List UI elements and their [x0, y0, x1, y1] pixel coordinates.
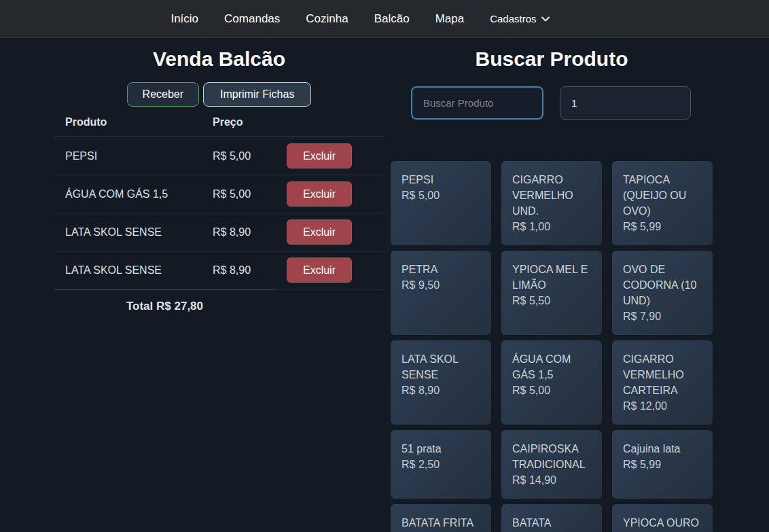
top-navbar: Início Comandas Cozinha Balcão Mapa Cada…: [0, 0, 769, 38]
product-card[interactable]: TAPIOCA (QUEIJO OU OVO) R$ 5,99: [612, 161, 713, 245]
product-card-name: LATA SKOL SENSE: [401, 351, 480, 383]
item-product-name: LATA SKOL SENSE: [54, 226, 202, 238]
sale-panel: Venda Balcão Receber Imprimir Fichas Pro…: [54, 38, 384, 532]
product-card-name: CAIPIROSKA TRADICIONAL: [512, 441, 591, 472]
product-card-price: R$ 7,90: [623, 308, 702, 324]
sale-total: Total R$ 27,80: [54, 289, 275, 323]
item-price: R$ 5,00: [202, 150, 287, 162]
product-card[interactable]: OVO DE CODORNA (10 UND) R$ 7,90: [612, 251, 713, 335]
product-card-name: CIGARRO VERMELHO UND.: [512, 172, 591, 219]
product-card-price: R$ 12,00: [623, 398, 702, 414]
nav-item-inicio[interactable]: Início: [171, 12, 198, 26]
product-card-name: BATATA FRITA: [401, 515, 480, 531]
search-panel: Buscar Produto PEPSI R$ 5,00 CIGARRO VER…: [391, 38, 713, 532]
product-card[interactable]: PEPSI R$ 5,00: [391, 161, 491, 245]
item-price: R$ 8,90: [202, 264, 287, 277]
item-product-name: ÁGUA COM GÁS 1,5: [54, 188, 202, 200]
product-card[interactable]: CIGARRO VERMELHO UND. R$ 1,00: [501, 161, 602, 245]
nav-item-comandas[interactable]: Comandas: [224, 12, 280, 26]
receive-button[interactable]: Receber: [127, 82, 199, 107]
product-card[interactable]: YPIOCA MEL E LIMÃO R$ 5,50: [501, 251, 602, 335]
product-card-price: R$ 5,00: [401, 188, 480, 203]
product-card[interactable]: Cajuina lata R$ 5,99: [612, 430, 713, 499]
product-card[interactable]: BATATA: [501, 504, 602, 532]
product-card-name: Cajuina lata: [623, 441, 702, 457]
table-row: LATA SKOL SENSE R$ 8,90 Excluir: [54, 213, 384, 251]
sale-actions: Receber Imprimir Fichas: [54, 82, 384, 107]
sale-items-table: Produto Preço PEPSI R$ 5,00 Excluir ÁGUA…: [54, 116, 384, 323]
product-card-name: CIGARRO VERMELHO CARTEIRA: [623, 351, 702, 398]
delete-item-button[interactable]: Excluir: [287, 181, 352, 207]
product-card-price: R$ 5,99: [623, 219, 702, 234]
item-price: R$ 8,90: [202, 226, 287, 238]
table-header-row: Produto Preço: [54, 116, 384, 137]
chevron-down-icon: [541, 16, 550, 22]
product-grid: PEPSI R$ 5,00 CIGARRO VERMELHO UND. R$ 1…: [391, 161, 713, 532]
column-header-price: Preço: [202, 116, 287, 128]
product-card-name: TAPIOCA (QUEIJO OU OVO): [623, 172, 702, 219]
product-card[interactable]: ÁGUA COM GÁS 1,5 R$ 5,00: [501, 340, 602, 425]
product-card[interactable]: YPIOCA OURO: [612, 504, 713, 532]
product-card-name: YPIOCA MEL E LIMÃO: [512, 262, 591, 293]
product-card[interactable]: 51 prata R$ 2,50: [391, 430, 491, 499]
product-card[interactable]: BATATA FRITA: [391, 504, 491, 532]
delete-item-button[interactable]: Excluir: [287, 258, 352, 283]
main-content: Venda Balcão Receber Imprimir Fichas Pro…: [0, 38, 769, 532]
product-card[interactable]: PETRA R$ 9,50: [391, 251, 491, 335]
product-card-price: R$ 1,00: [512, 219, 591, 234]
product-card-price: R$ 14,90: [512, 472, 591, 488]
product-card-name: YPIOCA OURO: [623, 515, 702, 531]
product-card-name: ÁGUA COM GÁS 1,5: [512, 351, 591, 383]
product-card-name: 51 prata: [401, 441, 480, 457]
search-controls: [391, 86, 713, 120]
item-product-name: PEPSI: [54, 150, 202, 162]
table-row: LATA SKOL SENSE R$ 8,90 Excluir: [54, 251, 384, 289]
item-price: R$ 5,00: [202, 188, 287, 200]
nav-item-mapa[interactable]: Mapa: [435, 12, 465, 26]
product-card-price: R$ 5,00: [512, 383, 591, 398]
nav-item-balcao[interactable]: Balcão: [374, 12, 410, 26]
product-card[interactable]: CIGARRO VERMELHO CARTEIRA R$ 12,00: [612, 340, 713, 425]
product-card-price: R$ 9,50: [401, 277, 480, 293]
print-slips-button[interactable]: Imprimir Fichas: [203, 82, 311, 107]
product-card[interactable]: CAIPIROSKA TRADICIONAL R$ 14,90: [501, 430, 602, 499]
product-card-price: R$ 5,50: [512, 293, 591, 308]
delete-item-button[interactable]: Excluir: [287, 219, 352, 245]
table-row: ÁGUA COM GÁS 1,5 R$ 5,00 Excluir: [54, 175, 384, 213]
nav-item-cozinha[interactable]: Cozinha: [306, 12, 348, 26]
product-card-price: R$ 8,90: [401, 383, 480, 398]
product-card-name: BATATA: [512, 515, 591, 531]
product-card-name: PEPSI: [401, 172, 480, 188]
table-row: PEPSI R$ 5,00 Excluir: [54, 137, 384, 175]
sale-panel-title: Venda Balcão: [54, 48, 384, 70]
search-panel-title: Buscar Produto: [391, 48, 713, 70]
nav-dropdown-label: Cadastros: [490, 13, 536, 24]
product-card-name: OVO DE CODORNA (10 UND): [623, 262, 702, 308]
nav-dropdown-cadastros[interactable]: Cadastros: [490, 13, 549, 24]
quantity-input[interactable]: [560, 86, 691, 120]
column-header-product: Produto: [54, 116, 202, 128]
product-card-price: R$ 5,99: [623, 457, 702, 472]
product-card[interactable]: LATA SKOL SENSE R$ 8,90: [391, 340, 491, 425]
product-card-name: PETRA: [401, 262, 480, 277]
product-card-price: R$ 2,50: [401, 457, 480, 472]
item-product-name: LATA SKOL SENSE: [54, 264, 202, 277]
search-input[interactable]: [411, 86, 543, 120]
delete-item-button[interactable]: Excluir: [287, 143, 352, 169]
